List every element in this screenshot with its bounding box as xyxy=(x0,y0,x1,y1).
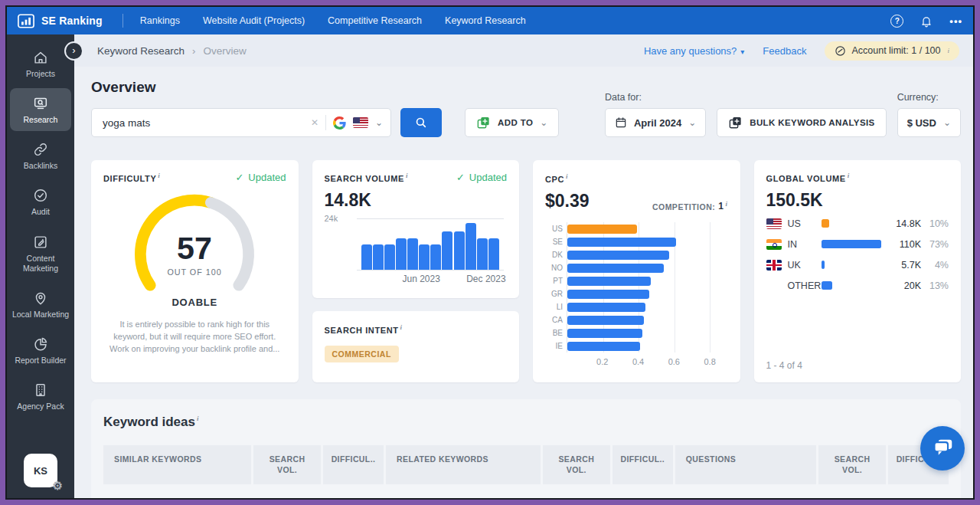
sidebar-item-agency-pack[interactable]: Agency Pack xyxy=(10,375,71,418)
data-for-group: Data for: April 2024 ⌄ xyxy=(605,92,706,137)
bell-icon[interactable] xyxy=(920,15,933,28)
sidebar-item-audit[interactable]: Audit xyxy=(10,180,71,223)
x-axis-tick: 0.2 xyxy=(596,357,608,366)
account-limit-badge[interactable]: Account limit: 1 / 100 i xyxy=(825,41,959,61)
left-sidebar: Projects Research Backlinks Audit Conten… xyxy=(7,34,74,498)
search-button[interactable] xyxy=(400,108,442,137)
country-code-label: OTHER xyxy=(788,280,822,291)
currency-label: Currency: xyxy=(897,92,961,103)
nav-item-rankings[interactable]: Rankings xyxy=(140,15,180,26)
cpc-chart-row: SE xyxy=(567,235,728,248)
breadcrumb-right-links: Have any questions?▾ Feedback Account li… xyxy=(644,41,959,61)
user-avatar[interactable]: KS ⚙ xyxy=(24,454,57,487)
info-icon[interactable]: i xyxy=(400,323,403,331)
info-icon[interactable]: i xyxy=(725,200,727,208)
have-questions-link[interactable]: Have any questions?▾ xyxy=(644,45,744,57)
cpc-rows: USSEDKNOPTGRLICABEIE xyxy=(567,222,728,353)
country-code-label: PT xyxy=(546,277,563,285)
difficulty-verdict: DOABLE xyxy=(103,297,286,308)
currency-dropdown[interactable]: $ USD ⌄ xyxy=(897,108,961,137)
info-icon[interactable]: i xyxy=(406,172,408,179)
feedback-link[interactable]: Feedback xyxy=(763,45,806,57)
sidebar-item-projects[interactable]: Projects xyxy=(10,42,71,85)
column-header[interactable]: SIMILAR KEYWORDS xyxy=(103,445,251,484)
brand-logo[interactable]: SE Ranking xyxy=(18,14,103,28)
volume-bar xyxy=(384,244,395,270)
info-icon[interactable]: i xyxy=(848,172,850,179)
google-icon xyxy=(333,116,346,130)
sidebar-collapse-button[interactable]: › xyxy=(64,41,83,61)
content-area: Overview ✕ ⌄ xyxy=(74,67,973,498)
search-row: ✕ ⌄ ADD TO xyxy=(91,108,559,137)
top-nav-menu: Rankings Website Audit (Projects) Compet… xyxy=(140,15,526,26)
cpc-chart-row: BE xyxy=(567,326,728,339)
column-header[interactable]: QUESTIONS xyxy=(675,445,816,484)
us-flag-icon xyxy=(766,218,782,229)
clear-search-icon[interactable]: ✕ xyxy=(311,117,318,128)
input-divider xyxy=(325,115,326,130)
cpc-chart-row: GR xyxy=(567,287,728,300)
volume-bar xyxy=(454,231,465,270)
map-pin-icon xyxy=(32,290,49,307)
column-header[interactable]: SEARCH VOL. xyxy=(543,445,610,484)
sidebar-item-report-builder[interactable]: Report Builder xyxy=(10,329,71,372)
info-icon[interactable]: i xyxy=(158,172,160,179)
info-icon[interactable]: i xyxy=(197,415,199,422)
cpc-bar xyxy=(567,303,645,312)
country-code-label: GR xyxy=(546,290,563,298)
info-icon[interactable]: i xyxy=(566,172,568,180)
sidebar-item-local-marketing[interactable]: Local Marketing xyxy=(10,283,71,326)
help-icon[interactable]: ? xyxy=(890,15,903,28)
x-axis-tick: 0.6 xyxy=(668,357,680,366)
global-volume-row: US14.8K10% xyxy=(766,218,949,229)
check-icon: ✓ xyxy=(456,172,465,183)
info-icon[interactable]: i xyxy=(947,47,949,54)
country-code-label: UK xyxy=(788,260,822,271)
sidebar-item-research[interactable]: Research xyxy=(10,88,71,131)
sidebar-item-label: Audit xyxy=(31,207,50,217)
column-header[interactable]: DIFFICUL.. xyxy=(323,445,384,484)
column-header[interactable]: SEARCH VOL. xyxy=(818,445,886,484)
x-axis-label: Dec 2023 xyxy=(466,274,505,284)
breadcrumb-section[interactable]: Keyword Research xyxy=(97,45,185,57)
bulk-button-label: BULK KEYWORD ANALYSIS xyxy=(750,118,874,127)
sidebar-item-label: Content Marketing xyxy=(11,254,70,274)
nav-item-website-audit[interactable]: Website Audit (Projects) xyxy=(203,15,305,26)
cpc-bar xyxy=(567,329,642,338)
keyword-search-input[interactable] xyxy=(103,117,304,129)
column-header[interactable]: SEARCH VOL. xyxy=(253,445,321,484)
sidebar-item-content-marketing[interactable]: Content Marketing xyxy=(10,227,71,280)
controls-right: Data for: April 2024 ⌄ BULK KEY xyxy=(605,92,961,137)
cpc-bar xyxy=(567,225,637,234)
chat-bubbles-icon xyxy=(931,438,954,459)
volume-bar xyxy=(361,244,372,270)
date-dropdown[interactable]: April 2024 ⌄ xyxy=(605,108,706,137)
country-code-label: NO xyxy=(546,264,563,272)
column-header[interactable]: RELATED KEYWORDS xyxy=(386,445,541,484)
volume-bar xyxy=(442,231,452,270)
sidebar-item-label: Backlinks xyxy=(24,161,57,171)
country-code-label: BE xyxy=(546,329,563,337)
sidebar-item-backlinks[interactable]: Backlinks xyxy=(10,134,71,177)
nav-item-keyword-research[interactable]: Keyword Research xyxy=(445,15,526,26)
column-header[interactable]: DIFFICUL.. xyxy=(612,445,673,484)
topbar-divider xyxy=(122,14,123,28)
bulk-analysis-group: BULK KEYWORD ANALYSIS xyxy=(717,92,886,137)
country-code-label: SE xyxy=(546,238,563,246)
bulk-keyword-analysis-button[interactable]: BULK KEYWORD ANALYSIS xyxy=(717,108,886,137)
middle-cards-column: SEARCH VOLUMEi ✓Updated 14.8K 24k Jun 20… xyxy=(312,160,520,382)
cpc-bar xyxy=(567,277,651,286)
cpc-bar xyxy=(567,316,644,325)
nav-item-competitive-research[interactable]: Competitive Research xyxy=(328,15,422,26)
settings-gear-icon[interactable]: ⚙ xyxy=(53,479,63,493)
search-engine-dropdown-chevron-icon[interactable]: ⌄ xyxy=(375,117,383,128)
chat-widget-button[interactable] xyxy=(920,426,965,471)
brand-name: SE Ranking xyxy=(41,15,103,27)
difficulty-card-title: DIFFICULTYi xyxy=(103,172,160,183)
sidebar-item-label: Local Marketing xyxy=(12,310,69,320)
more-options-icon[interactable]: ••• xyxy=(949,15,962,27)
volume-bar xyxy=(407,238,418,270)
add-to-list-icon xyxy=(476,116,491,130)
add-to-button[interactable]: ADD TO ⌄ xyxy=(465,108,559,137)
volume-share-bar xyxy=(822,219,830,228)
